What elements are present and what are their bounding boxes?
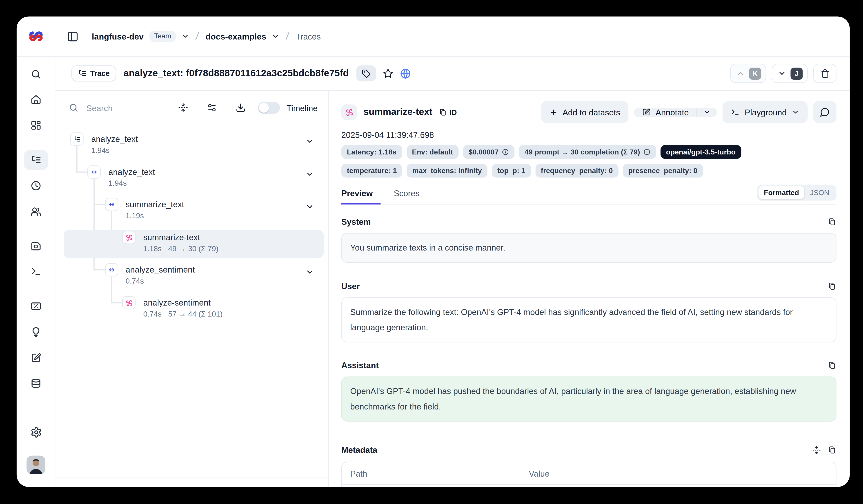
param-badge: max_tokens: Infinity [407,164,487,178]
search-input[interactable] [85,103,157,113]
env-badge: Env: default [406,145,459,159]
annotate-dropdown-chevron-icon[interactable] [697,107,717,117]
span-icon [87,166,101,179]
app-window: langfuse-dev Team / docs-examples / Trac… [17,16,850,487]
prompts-file-icon[interactable] [24,236,48,256]
observation-timestamp: 2025-09-04 11:39:47.698 [341,130,837,140]
metadata-table: Path Value [341,462,837,487]
search-icon [68,103,78,113]
expand-vertical-icon[interactable] [812,445,821,454]
trash-icon [820,69,829,78]
collapse-chevron-icon[interactable] [305,202,314,211]
collapse-all-icon[interactable] [174,98,192,117]
project-name[interactable]: docs-examples [205,32,266,41]
model-param-badges: temperature: 1 max_tokens: Infinity top_… [341,164,837,178]
org-switcher-chevron-icon[interactable] [182,32,189,40]
annotate-split-button: Annotate [634,107,717,117]
search-icon[interactable] [24,64,48,84]
sidebar-toggle-icon[interactable] [63,27,82,46]
terminal-icon[interactable] [24,261,48,281]
sessions-clock-icon[interactable] [24,176,48,195]
top-nav: langfuse-dev Team / docs-examples / Trac… [17,16,850,56]
generation-icon [122,296,136,310]
delete-trace-button[interactable] [813,64,836,83]
org-logo[interactable] [28,29,44,43]
datasets-database-icon[interactable] [24,374,48,393]
next-trace-button[interactable]: J [772,64,808,83]
dashboard-icon[interactable] [24,115,48,135]
evaluation-percent-icon[interactable] [24,296,48,316]
page-title[interactable]: Traces [296,32,321,41]
annotate-button[interactable]: Annotate [634,107,697,117]
param-badge: top_p: 1 [492,164,531,178]
model-badge[interactable]: openai/gpt-3.5-turbo [661,145,741,159]
copy-icon[interactable] [827,445,836,454]
user-message-box: Summarize the following text: OpenAI's G… [341,297,837,343]
detail-tabs: Preview Scores Formatted JSON [341,185,837,205]
project-switcher-chevron-icon[interactable] [272,32,279,40]
metadata-column-path: Path [342,468,521,478]
trace-header-bar: Trace analyze_text: f0f78d8887011612a3c2… [55,56,850,91]
system-message-box: You summarize texts in a concise manner. [341,233,837,263]
collapse-chevron-icon[interactable] [305,137,314,146]
format-json-button[interactable]: JSON [804,186,835,199]
format-toggle: Formatted JSON [757,185,837,201]
breadcrumb-separator: / [284,30,291,42]
chevron-up-icon [736,69,745,77]
bookmark-star-icon[interactable] [383,68,394,79]
param-badge: frequency_penalty: 0 [535,164,618,178]
tab-preview[interactable]: Preview [341,189,380,205]
public-globe-icon[interactable] [400,68,411,79]
add-to-datasets-button[interactable]: Add to datasets [541,101,629,123]
observation-tree-panel: Timeline [55,91,328,487]
screen: langfuse-dev Team / docs-examples / Trac… [0,0,863,504]
cost-badge: $0.00007 [463,145,515,159]
token-usage: 57 → 44 (Σ 101) [168,310,223,318]
observation-detail-panel: summarize-text ID Add to datasets [328,91,850,487]
metric-badges: Latency: 1.18s Env: default $0.00007 49 … [341,145,837,159]
annotation-pen-icon[interactable] [24,348,48,368]
chevron-down-icon [778,69,786,77]
chevron-down-icon [791,108,799,116]
info-icon[interactable] [502,148,509,156]
tracing-icon[interactable] [24,150,48,170]
prev-shortcut-key: K [749,67,761,79]
playground-button[interactable]: Playground [723,101,808,123]
collapse-chevron-icon[interactable] [305,268,314,276]
prev-trace-button[interactable]: K [730,64,766,83]
comments-button[interactable] [813,101,836,123]
trace-tree-icon [78,69,86,77]
copy-icon [438,108,447,116]
tab-scores[interactable]: Scores [394,189,421,205]
timeline-toggle-label: Timeline [287,103,317,113]
download-icon[interactable] [231,98,250,117]
latency-badge: Latency: 1.18s [341,145,402,159]
square-pen-icon [642,108,651,117]
collapse-chevron-icon[interactable] [305,170,314,179]
timeline-toggle[interactable] [258,102,280,114]
home-icon[interactable] [24,90,48,109]
token-usage: 49 → 30 (Σ 79) [168,245,218,253]
span-icon [105,198,118,211]
settings-gear-icon[interactable] [24,422,48,442]
copy-icon[interactable] [827,282,836,290]
tag-icon[interactable] [357,65,376,81]
org-name[interactable]: langfuse-dev [92,32,144,41]
icon-sidebar [17,56,55,487]
next-shortcut-key: J [791,67,803,79]
info-icon[interactable] [643,148,650,156]
copy-icon[interactable] [827,217,836,226]
copy-icon[interactable] [827,361,836,370]
users-icon[interactable] [24,202,48,221]
display-settings-icon[interactable] [202,98,221,117]
param-badge: presence_penalty: 0 [623,164,703,178]
token-usage-badge: 49 prompt → 30 completion (Σ 79) [519,145,656,159]
copy-id-button[interactable]: ID [438,108,457,116]
plus-icon [549,108,558,116]
chat-bubble-icon [820,107,830,117]
lightbulb-icon[interactable] [24,322,48,342]
breadcrumb: langfuse-dev Team / docs-examples / Trac… [92,30,321,42]
org-plan-badge: Team [149,31,176,42]
user-avatar[interactable] [26,456,46,474]
format-formatted-button[interactable]: Formatted [758,186,804,199]
